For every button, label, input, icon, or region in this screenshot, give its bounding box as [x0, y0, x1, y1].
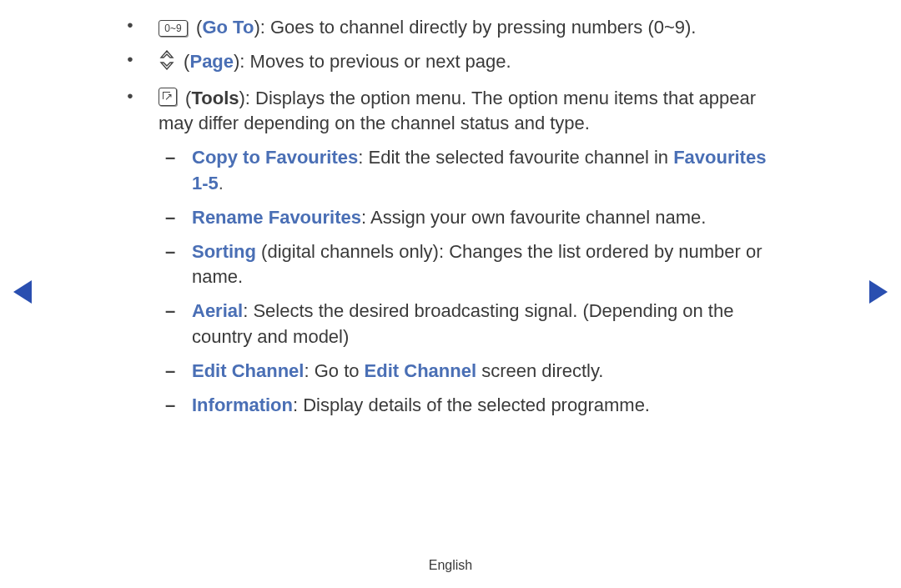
aerial-desc: : Selects the desired broadcasting signa… [192, 300, 733, 347]
information-desc: : Display details of the selected progra… [293, 395, 650, 415]
bullet-tools: (Tools): Displays the option menu. The o… [117, 86, 784, 138]
page-desc: Moves to previous or next page. [250, 51, 511, 72]
rename-fav-label: Rename Favourites [192, 207, 361, 228]
sub-rename-favourites: Rename Favourites: Assign your own favou… [117, 205, 784, 231]
sub-copy-favourites: Copy to Favourites: Edit the selected fa… [117, 145, 784, 197]
bullet-goto: 0~9 (Go To): Goes to channel directly by… [117, 15, 784, 41]
nav-next-button[interactable] [869, 280, 888, 304]
nav-prev-button[interactable] [13, 280, 32, 304]
goto-desc: Goes to channel directly by pressing num… [270, 17, 697, 38]
footer-language: English [0, 558, 901, 573]
sorting-note: (digital channels only) [256, 241, 439, 262]
page-label: Page [189, 51, 234, 72]
page-updown-icon [159, 50, 175, 78]
sub-edit-channel: Edit Channel: Go to Edit Channel screen … [117, 359, 784, 384]
copy-fav-desc: : Edit the selected favourite channel in [358, 147, 673, 168]
edit-channel-pre: : Go to [304, 360, 364, 381]
goto-label: Go To [202, 17, 254, 38]
copy-fav-label: Copy to Favourites [192, 147, 358, 168]
sub-information: Information: Display details of the sele… [117, 393, 784, 419]
edit-channel-ref: Edit Channel [365, 360, 476, 381]
tools-icon [159, 88, 177, 106]
edit-channel-post: screen directly. [476, 360, 603, 381]
sub-sorting: Sorting (digital channels only): Changes… [117, 239, 784, 291]
help-content: 0~9 (Go To): Goes to channel directly by… [117, 15, 784, 426]
sorting-label: Sorting [192, 241, 256, 262]
aerial-label: Aerial [192, 300, 243, 321]
edit-channel-label: Edit Channel [192, 360, 304, 381]
bullet-page: (Page): Moves to previous or next page. [117, 49, 784, 78]
sub-aerial: Aerial: Selects the desired broadcasting… [117, 299, 784, 350]
numeric-key-icon: 0~9 [159, 20, 188, 37]
tools-label: Tools [191, 88, 239, 108]
information-label: Information [192, 395, 293, 415]
rename-fav-desc: : Assign your own favourite channel name… [361, 207, 706, 228]
tools-desc: Displays the option menu. The option men… [159, 88, 756, 134]
